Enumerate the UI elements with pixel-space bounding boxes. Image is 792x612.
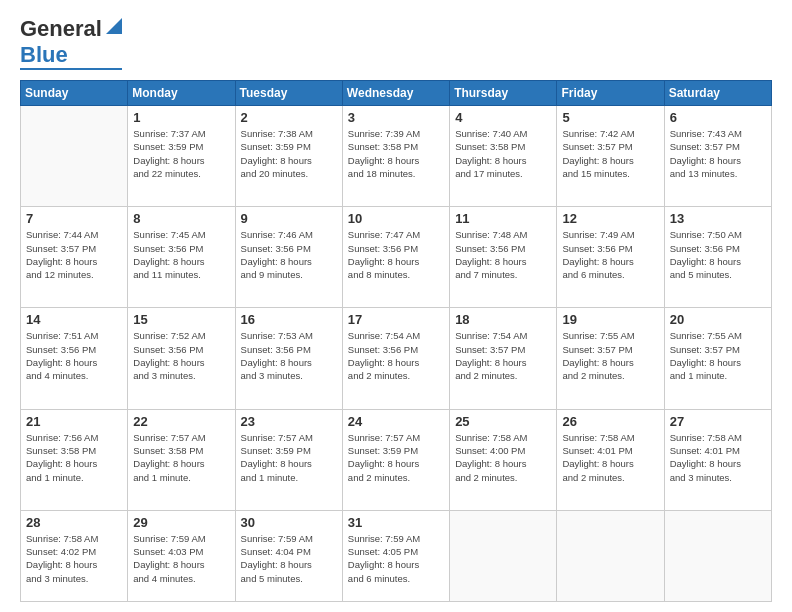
calendar-cell: 4Sunrise: 7:40 AMSunset: 3:58 PMDaylight…	[450, 106, 557, 207]
calendar-cell: 25Sunrise: 7:58 AMSunset: 4:00 PMDayligh…	[450, 409, 557, 510]
day-info: Sunrise: 7:43 AMSunset: 3:57 PMDaylight:…	[670, 127, 766, 180]
day-number: 24	[348, 414, 444, 429]
day-info: Sunrise: 7:51 AMSunset: 3:56 PMDaylight:…	[26, 329, 122, 382]
calendar-cell: 15Sunrise: 7:52 AMSunset: 3:56 PMDayligh…	[128, 308, 235, 409]
calendar-cell: 30Sunrise: 7:59 AMSunset: 4:04 PMDayligh…	[235, 510, 342, 601]
calendar-cell: 14Sunrise: 7:51 AMSunset: 3:56 PMDayligh…	[21, 308, 128, 409]
day-number: 17	[348, 312, 444, 327]
logo-blue-line: Blue	[20, 42, 72, 68]
day-number: 20	[670, 312, 766, 327]
day-info: Sunrise: 7:53 AMSunset: 3:56 PMDaylight:…	[241, 329, 337, 382]
day-info: Sunrise: 7:57 AMSunset: 3:58 PMDaylight:…	[133, 431, 229, 484]
weekday-header: Friday	[557, 81, 664, 106]
calendar-cell: 20Sunrise: 7:55 AMSunset: 3:57 PMDayligh…	[664, 308, 771, 409]
calendar-cell: 26Sunrise: 7:58 AMSunset: 4:01 PMDayligh…	[557, 409, 664, 510]
day-number: 30	[241, 515, 337, 530]
day-number: 19	[562, 312, 658, 327]
calendar-cell: 12Sunrise: 7:49 AMSunset: 3:56 PMDayligh…	[557, 207, 664, 308]
day-info: Sunrise: 7:59 AMSunset: 4:04 PMDaylight:…	[241, 532, 337, 585]
day-number: 8	[133, 211, 229, 226]
calendar-cell: 22Sunrise: 7:57 AMSunset: 3:58 PMDayligh…	[128, 409, 235, 510]
calendar-cell	[664, 510, 771, 601]
logo-line: General	[20, 16, 122, 42]
svg-marker-0	[106, 18, 122, 34]
calendar-cell	[21, 106, 128, 207]
calendar-cell: 9Sunrise: 7:46 AMSunset: 3:56 PMDaylight…	[235, 207, 342, 308]
day-number: 11	[455, 211, 551, 226]
header: General Blue	[20, 16, 772, 70]
day-info: Sunrise: 7:59 AMSunset: 4:05 PMDaylight:…	[348, 532, 444, 585]
calendar-cell: 23Sunrise: 7:57 AMSunset: 3:59 PMDayligh…	[235, 409, 342, 510]
day-info: Sunrise: 7:55 AMSunset: 3:57 PMDaylight:…	[562, 329, 658, 382]
day-info: Sunrise: 7:45 AMSunset: 3:56 PMDaylight:…	[133, 228, 229, 281]
day-info: Sunrise: 7:58 AMSunset: 4:02 PMDaylight:…	[26, 532, 122, 585]
weekday-header: Tuesday	[235, 81, 342, 106]
logo-general: General	[20, 16, 102, 42]
calendar-cell: 29Sunrise: 7:59 AMSunset: 4:03 PMDayligh…	[128, 510, 235, 601]
day-number: 28	[26, 515, 122, 530]
day-info: Sunrise: 7:54 AMSunset: 3:57 PMDaylight:…	[455, 329, 551, 382]
day-info: Sunrise: 7:49 AMSunset: 3:56 PMDaylight:…	[562, 228, 658, 281]
calendar-cell: 8Sunrise: 7:45 AMSunset: 3:56 PMDaylight…	[128, 207, 235, 308]
day-number: 27	[670, 414, 766, 429]
calendar-cell: 7Sunrise: 7:44 AMSunset: 3:57 PMDaylight…	[21, 207, 128, 308]
calendar-cell: 18Sunrise: 7:54 AMSunset: 3:57 PMDayligh…	[450, 308, 557, 409]
weekday-header: Wednesday	[342, 81, 449, 106]
day-number: 15	[133, 312, 229, 327]
day-info: Sunrise: 7:52 AMSunset: 3:56 PMDaylight:…	[133, 329, 229, 382]
calendar-cell: 21Sunrise: 7:56 AMSunset: 3:58 PMDayligh…	[21, 409, 128, 510]
day-number: 26	[562, 414, 658, 429]
day-number: 16	[241, 312, 337, 327]
calendar-cell: 10Sunrise: 7:47 AMSunset: 3:56 PMDayligh…	[342, 207, 449, 308]
day-info: Sunrise: 7:57 AMSunset: 3:59 PMDaylight:…	[241, 431, 337, 484]
day-info: Sunrise: 7:42 AMSunset: 3:57 PMDaylight:…	[562, 127, 658, 180]
calendar-week-row: 28Sunrise: 7:58 AMSunset: 4:02 PMDayligh…	[21, 510, 772, 601]
calendar-cell: 27Sunrise: 7:58 AMSunset: 4:01 PMDayligh…	[664, 409, 771, 510]
day-info: Sunrise: 7:44 AMSunset: 3:57 PMDaylight:…	[26, 228, 122, 281]
day-number: 29	[133, 515, 229, 530]
calendar-cell: 17Sunrise: 7:54 AMSunset: 3:56 PMDayligh…	[342, 308, 449, 409]
day-number: 1	[133, 110, 229, 125]
calendar-week-row: 21Sunrise: 7:56 AMSunset: 3:58 PMDayligh…	[21, 409, 772, 510]
day-info: Sunrise: 7:50 AMSunset: 3:56 PMDaylight:…	[670, 228, 766, 281]
logo-divider	[20, 68, 122, 70]
day-info: Sunrise: 7:56 AMSunset: 3:58 PMDaylight:…	[26, 431, 122, 484]
day-number: 4	[455, 110, 551, 125]
day-info: Sunrise: 7:55 AMSunset: 3:57 PMDaylight:…	[670, 329, 766, 382]
logo-blue: Blue	[20, 42, 68, 68]
day-number: 21	[26, 414, 122, 429]
day-info: Sunrise: 7:46 AMSunset: 3:56 PMDaylight:…	[241, 228, 337, 281]
calendar-cell: 28Sunrise: 7:58 AMSunset: 4:02 PMDayligh…	[21, 510, 128, 601]
day-info: Sunrise: 7:58 AMSunset: 4:00 PMDaylight:…	[455, 431, 551, 484]
logo: General Blue	[20, 16, 122, 70]
day-number: 9	[241, 211, 337, 226]
weekday-header: Sunday	[21, 81, 128, 106]
day-number: 22	[133, 414, 229, 429]
calendar-week-row: 7Sunrise: 7:44 AMSunset: 3:57 PMDaylight…	[21, 207, 772, 308]
day-number: 12	[562, 211, 658, 226]
calendar-cell: 5Sunrise: 7:42 AMSunset: 3:57 PMDaylight…	[557, 106, 664, 207]
calendar-cell: 1Sunrise: 7:37 AMSunset: 3:59 PMDaylight…	[128, 106, 235, 207]
calendar-cell: 31Sunrise: 7:59 AMSunset: 4:05 PMDayligh…	[342, 510, 449, 601]
weekday-header: Saturday	[664, 81, 771, 106]
day-info: Sunrise: 7:59 AMSunset: 4:03 PMDaylight:…	[133, 532, 229, 585]
calendar-table: SundayMondayTuesdayWednesdayThursdayFrid…	[20, 80, 772, 602]
calendar-cell: 3Sunrise: 7:39 AMSunset: 3:58 PMDaylight…	[342, 106, 449, 207]
day-info: Sunrise: 7:38 AMSunset: 3:59 PMDaylight:…	[241, 127, 337, 180]
day-number: 3	[348, 110, 444, 125]
calendar-cell: 24Sunrise: 7:57 AMSunset: 3:59 PMDayligh…	[342, 409, 449, 510]
day-number: 10	[348, 211, 444, 226]
day-number: 13	[670, 211, 766, 226]
day-number: 5	[562, 110, 658, 125]
day-info: Sunrise: 7:57 AMSunset: 3:59 PMDaylight:…	[348, 431, 444, 484]
calendar-cell: 19Sunrise: 7:55 AMSunset: 3:57 PMDayligh…	[557, 308, 664, 409]
logo-triangle-icon	[104, 18, 122, 36]
day-number: 23	[241, 414, 337, 429]
day-number: 14	[26, 312, 122, 327]
day-number: 2	[241, 110, 337, 125]
calendar-cell	[450, 510, 557, 601]
day-info: Sunrise: 7:39 AMSunset: 3:58 PMDaylight:…	[348, 127, 444, 180]
day-info: Sunrise: 7:40 AMSunset: 3:58 PMDaylight:…	[455, 127, 551, 180]
calendar-cell: 13Sunrise: 7:50 AMSunset: 3:56 PMDayligh…	[664, 207, 771, 308]
day-number: 25	[455, 414, 551, 429]
